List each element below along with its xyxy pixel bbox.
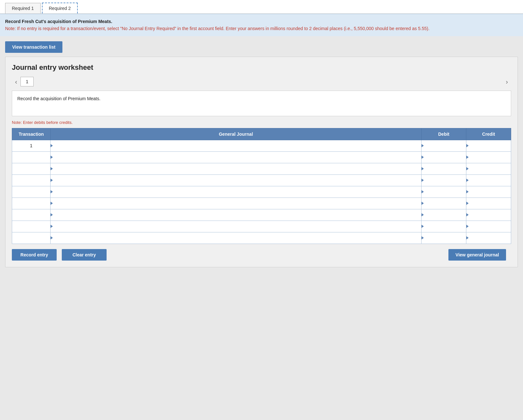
debit-input[interactable] xyxy=(425,234,466,242)
credit-cell-indicator xyxy=(466,167,469,170)
debit-input[interactable] xyxy=(425,211,466,219)
credit-input[interactable] xyxy=(470,176,511,184)
general-journal-cell[interactable] xyxy=(51,186,422,198)
credit-cell-indicator xyxy=(466,190,469,193)
clear-entry-button[interactable]: Clear entry xyxy=(62,249,107,261)
transaction-cell xyxy=(12,151,51,163)
debit-input[interactable] xyxy=(425,222,466,230)
debit-cell[interactable] xyxy=(422,221,466,232)
debit-input[interactable] xyxy=(425,165,466,173)
credit-cell-indicator xyxy=(466,225,469,228)
top-bar: Required 1 Required 2 xyxy=(0,0,523,14)
general-journal-cell[interactable] xyxy=(51,221,422,232)
credit-cell[interactable] xyxy=(466,186,511,198)
bottom-btn-row: Record entry Clear entry View general jo… xyxy=(12,244,511,267)
debit-cell-indicator xyxy=(422,190,424,193)
tabs-row: Required 1 Required 2 xyxy=(0,0,523,13)
general-journal-input[interactable] xyxy=(54,142,421,149)
debit-cell[interactable] xyxy=(422,198,466,209)
credit-cell[interactable] xyxy=(466,209,511,221)
general-journal-input[interactable] xyxy=(54,234,421,242)
debit-input[interactable] xyxy=(425,188,466,196)
table-row xyxy=(12,209,511,221)
credit-cell[interactable] xyxy=(466,174,511,186)
col-header-credit: Credit xyxy=(466,128,511,140)
debit-cell-indicator xyxy=(422,144,424,147)
debit-cell-indicator xyxy=(422,202,424,205)
debit-cell-indicator xyxy=(422,167,424,170)
journal-cell-indicator xyxy=(51,202,53,205)
journal-table: Transaction General Journal Debit Credit… xyxy=(12,128,511,244)
general-journal-input[interactable] xyxy=(54,211,421,219)
general-journal-input[interactable] xyxy=(54,199,421,207)
transaction-cell xyxy=(12,198,51,209)
credit-input[interactable] xyxy=(470,211,511,219)
debit-input[interactable] xyxy=(425,176,466,184)
general-journal-cell[interactable] xyxy=(51,174,422,186)
debit-cell-indicator xyxy=(422,225,424,228)
view-general-journal-button[interactable]: View general journal xyxy=(448,249,506,261)
general-journal-cell[interactable] xyxy=(51,209,422,221)
credit-cell[interactable] xyxy=(466,140,511,151)
transaction-cell xyxy=(12,186,51,198)
debit-cell-indicator xyxy=(422,213,424,216)
debit-cell[interactable] xyxy=(422,186,466,198)
view-transaction-list-button[interactable]: View transaction list xyxy=(5,41,62,53)
record-description-box: Record the acquisition of Premium Meats. xyxy=(12,91,511,116)
table-row: 1 xyxy=(12,140,511,151)
record-entry-button[interactable]: Record entry xyxy=(12,249,57,261)
general-journal-input[interactable] xyxy=(54,222,421,230)
credit-input[interactable] xyxy=(470,188,511,196)
debit-cell-indicator xyxy=(422,179,424,182)
general-journal-cell[interactable] xyxy=(51,198,422,209)
debit-cell[interactable] xyxy=(422,232,466,244)
general-journal-input[interactable] xyxy=(54,176,421,184)
col-header-journal: General Journal xyxy=(51,128,422,140)
general-journal-input[interactable] xyxy=(54,153,421,161)
credit-cell[interactable] xyxy=(466,232,511,244)
general-journal-cell[interactable] xyxy=(51,151,422,163)
credit-input[interactable] xyxy=(470,142,511,149)
credit-cell[interactable] xyxy=(466,151,511,163)
credit-input[interactable] xyxy=(470,165,511,173)
credit-input[interactable] xyxy=(470,153,511,161)
debit-cell[interactable] xyxy=(422,140,466,151)
nav-next-arrow[interactable]: › xyxy=(503,77,511,87)
general-journal-cell[interactable] xyxy=(51,163,422,174)
credit-input[interactable] xyxy=(470,222,511,230)
general-journal-input[interactable] xyxy=(54,188,421,196)
table-row xyxy=(12,163,511,174)
debit-cell[interactable] xyxy=(422,151,466,163)
debit-cell[interactable] xyxy=(422,163,466,174)
transaction-cell xyxy=(12,163,51,174)
col-header-debit: Debit xyxy=(422,128,466,140)
debit-cell[interactable] xyxy=(422,174,466,186)
nav-tab-1[interactable]: 1 xyxy=(20,77,34,86)
debit-cell[interactable] xyxy=(422,209,466,221)
table-row xyxy=(12,221,511,232)
enter-debits-note: Note: Enter debits before credits. xyxy=(12,120,511,125)
debit-input[interactable] xyxy=(425,199,466,207)
journal-cell-indicator xyxy=(51,144,53,147)
tab-required2[interactable]: Required 2 xyxy=(42,3,78,13)
general-journal-cell[interactable] xyxy=(51,140,422,151)
tab-required1[interactable]: Required 1 xyxy=(5,3,41,13)
general-journal-cell[interactable] xyxy=(51,232,422,244)
credit-input[interactable] xyxy=(470,199,511,207)
table-row xyxy=(12,186,511,198)
general-journal-input[interactable] xyxy=(54,165,421,173)
debit-input[interactable] xyxy=(425,142,466,149)
debit-input[interactable] xyxy=(425,153,466,161)
table-header-row: Transaction General Journal Debit Credit xyxy=(12,128,511,140)
credit-cell[interactable] xyxy=(466,221,511,232)
debit-cell-indicator xyxy=(422,236,424,239)
instruction-note: Note: If no entry is required for a tran… xyxy=(5,26,430,31)
journal-cell-indicator xyxy=(51,236,53,239)
table-row xyxy=(12,232,511,244)
nav-prev-arrow[interactable]: ‹ xyxy=(12,77,20,87)
credit-cell-indicator xyxy=(466,179,469,182)
journal-cell-indicator xyxy=(51,156,53,159)
credit-cell[interactable] xyxy=(466,163,511,174)
credit-cell[interactable] xyxy=(466,198,511,209)
credit-input[interactable] xyxy=(470,234,511,242)
